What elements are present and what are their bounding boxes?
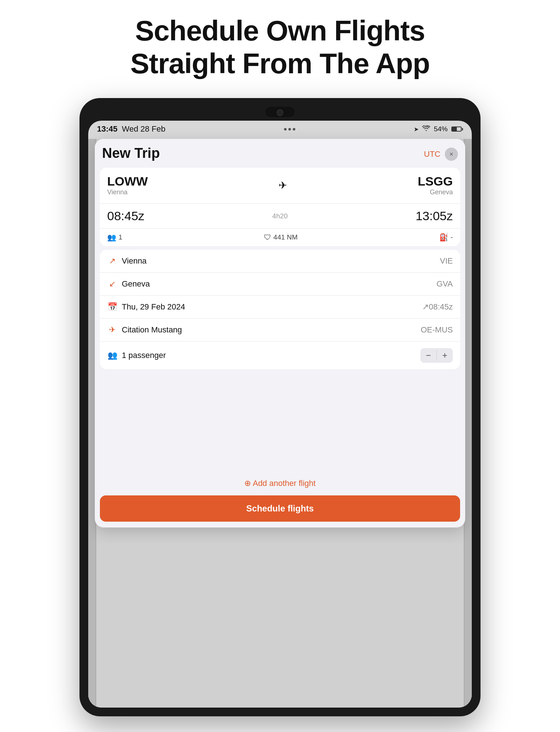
hero-title: Schedule Own Flights Straight From The A… [130, 15, 429, 80]
detail-left-dest: ↙ Geneva [107, 279, 150, 289]
flight-arrow-icon: ✈ [279, 179, 287, 191]
fuel-value: - [451, 233, 453, 241]
modal-title: New Trip [102, 145, 160, 161]
flight-meta-row: 👥 1 🛡 441 NM ⛽ - [100, 229, 460, 246]
increase-pax-button[interactable]: + [437, 348, 453, 363]
origin-code: LOWW [107, 174, 148, 188]
detail-left-pax: 👥 1 passenger [107, 351, 166, 360]
detail-left-date: 📅 Thu, 29 Feb 2024 [107, 302, 185, 312]
dot-1 [284, 128, 287, 131]
passenger-counter: − + [420, 348, 453, 363]
distance-meta: 🛡 441 NM [264, 233, 298, 242]
pax-label: 1 passenger [122, 351, 166, 360]
fuel-icon: ⛽ [439, 233, 448, 242]
utc-toggle[interactable]: UTC [424, 149, 440, 159]
add-flight-section: ⊕ Add another flight [95, 471, 465, 495]
takeoff-icon: ↗ [107, 256, 117, 266]
modal-header-controls: UTC × [424, 145, 458, 161]
close-icon: × [450, 151, 454, 158]
detail-row-aircraft[interactable]: ✈ Citation Mustang OE-MUS [100, 319, 460, 342]
distance-icon: 🛡 [264, 233, 271, 242]
tablet-screen: 13:45 Wed 28 Feb ➤ 54% [88, 121, 472, 708]
landing-icon: ↙ [107, 279, 117, 289]
schedule-flights-button[interactable]: Schedule flights [100, 495, 460, 522]
hero-line2: Straight From The App [130, 47, 429, 79]
flight-route-section: LOWW Vienna ✈ LSGG Geneva [100, 168, 460, 204]
detail-left-origin: ↗ Vienna [107, 256, 147, 266]
arrive-time: 13:05z [416, 209, 453, 223]
origin-iata: VIE [440, 256, 453, 266]
status-icons: ➤ 54% [414, 125, 463, 133]
close-button[interactable]: × [445, 148, 458, 161]
status-date: Wed 28 Feb [122, 124, 165, 134]
origin-name: Vienna [107, 188, 148, 196]
battery-icon [451, 126, 463, 132]
calendar-icon: 📅 [107, 302, 117, 312]
modal-header: New Trip UTC × [95, 139, 465, 165]
status-bar: 13:45 Wed 28 Feb ➤ 54% [88, 121, 472, 136]
detail-row-passengers[interactable]: 👥 1 passenger − + [100, 342, 460, 369]
origin-section: LOWW Vienna [107, 174, 148, 196]
dot-2 [288, 128, 291, 131]
status-dots [284, 128, 295, 131]
distance-value: 441 NM [273, 233, 298, 241]
battery-percent: 54% [434, 125, 448, 133]
detail-left-aircraft: ✈ Citation Mustang [107, 325, 182, 335]
add-flight-button[interactable]: ⊕ Add another flight [244, 479, 315, 488]
flight-date-time: ↗08:45z [422, 302, 453, 312]
detail-row-origin[interactable]: ↗ Vienna VIE [100, 250, 460, 273]
empty-space [100, 373, 460, 468]
wifi-icon [422, 125, 430, 133]
dest-city: Geneva [122, 279, 150, 289]
flight-times-row: 08:45z 4h20 13:05z [100, 204, 460, 229]
app-background: New Trip UTC × LOWW [88, 139, 472, 708]
depart-time: 08:45z [107, 209, 144, 223]
dest-iata: GVA [436, 279, 453, 289]
aircraft-icon: ✈ [107, 325, 117, 335]
dot-3 [293, 128, 295, 131]
flight-detail-list: ↗ Vienna VIE ↙ Geneva GVA [100, 250, 460, 369]
dest-code: LSGG [418, 174, 453, 188]
origin-city: Vienna [122, 256, 147, 266]
aircraft-name: Citation Mustang [122, 325, 182, 335]
tablet-device: 13:45 Wed 28 Feb ➤ 54% [79, 98, 481, 716]
dest-name: Geneva [418, 188, 453, 196]
detail-row-date[interactable]: 📅 Thu, 29 Feb 2024 ↗08:45z [100, 296, 460, 319]
new-trip-modal: New Trip UTC × LOWW [95, 139, 465, 527]
camera-notch [265, 107, 295, 117]
status-time: 13:45 [97, 124, 117, 134]
pax-count: 1 [118, 233, 122, 241]
flight-summary-card: LOWW Vienna ✈ LSGG Geneva 08:45z [100, 168, 460, 246]
flight-date: Thu, 29 Feb 2024 [122, 302, 185, 312]
decrease-pax-button[interactable]: − [420, 348, 436, 363]
pax-icon: 👥 [107, 233, 116, 242]
fuel-meta: ⛽ - [439, 233, 453, 242]
hero-line1: Schedule Own Flights [135, 15, 425, 47]
destination-section: LSGG Geneva [418, 174, 453, 196]
flight-route-row: LOWW Vienna ✈ LSGG Geneva [107, 174, 453, 196]
pax-meta: 👥 1 [107, 233, 122, 242]
schedule-btn-label: Schedule flights [246, 503, 314, 513]
flight-duration: 4h20 [272, 212, 288, 220]
passengers-icon: 👥 [107, 351, 117, 360]
aircraft-reg: OE-MUS [421, 325, 453, 335]
location-icon: ➤ [414, 126, 419, 133]
detail-row-dest[interactable]: ↙ Geneva GVA [100, 273, 460, 296]
